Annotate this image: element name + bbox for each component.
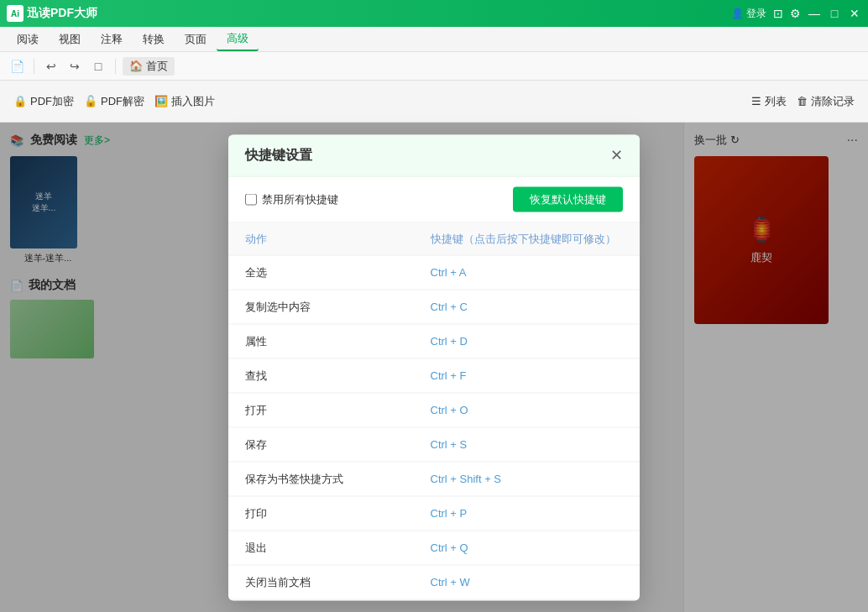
minimize-button[interactable]: — bbox=[808, 7, 821, 20]
list-label: 列表 bbox=[765, 94, 787, 109]
shortcut-cell[interactable]: Ctrl + W bbox=[414, 565, 641, 599]
new-file-icon[interactable]: 📄 bbox=[7, 56, 27, 76]
home-tab[interactable]: 🏠 首页 bbox=[123, 57, 175, 76]
clear-label: 清除记录 bbox=[811, 94, 855, 109]
table-row[interactable]: 退出 Ctrl + Q bbox=[228, 531, 640, 565]
table-row[interactable]: 打开 Ctrl + O bbox=[228, 393, 640, 427]
shortcut-cell[interactable]: Ctrl + Shift + S bbox=[414, 462, 641, 496]
col-shortcut-header: 快捷键（点击后按下快捷键即可修改） bbox=[414, 222, 641, 255]
insert-image-btn[interactable]: 🖼️ 插入图片 bbox=[154, 94, 215, 109]
shortcut-cell[interactable]: Ctrl + F bbox=[414, 358, 641, 393]
settings-icon[interactable]: ⚙ bbox=[790, 7, 801, 20]
dialog-header: 快捷键设置 ✕ bbox=[228, 134, 640, 176]
table-row[interactable]: 属性 Ctrl + D bbox=[228, 324, 640, 358]
table-row[interactable]: 查找 Ctrl + F bbox=[228, 358, 640, 393]
table-row[interactable]: 自定义缩放 Ctrl + Y bbox=[228, 599, 640, 601]
lock-icon: 🔒 bbox=[13, 95, 27, 107]
action-cell: 退出 bbox=[228, 531, 414, 565]
dialog-toolbar: 禁用所有快捷键 恢复默认快捷键 bbox=[228, 176, 640, 222]
shortcut-cell[interactable]: Ctrl + D bbox=[414, 324, 641, 358]
app-name: 迅读PDF大师 bbox=[27, 6, 97, 21]
shortcut-cell[interactable]: Ctrl + S bbox=[414, 427, 641, 462]
action-cell: 查找 bbox=[228, 358, 414, 393]
menu-bar: 阅读 视图 注释 转换 页面 高级 bbox=[0, 27, 868, 52]
col-action-header: 动作 bbox=[228, 222, 414, 255]
pdf-decrypt-btn[interactable]: 🔓 PDF解密 bbox=[84, 94, 144, 109]
shortcut-cell[interactable]: Ctrl + C bbox=[414, 290, 641, 324]
pdf-encrypt-btn[interactable]: 🔒 PDF加密 bbox=[13, 94, 74, 109]
disable-all-checkbox[interactable] bbox=[245, 193, 257, 205]
title-bar: Ai 迅读PDF大师 👤 登录 ⊡ ⚙ — □ ✕ bbox=[0, 0, 868, 27]
table-row[interactable]: 保存为书签快捷方式 Ctrl + Shift + S bbox=[228, 462, 640, 496]
menu-advanced[interactable]: 高级 bbox=[217, 28, 259, 51]
undo-icon[interactable]: ↩ bbox=[41, 56, 61, 76]
toolbar-divider-2 bbox=[115, 59, 116, 74]
redo-icon[interactable]: ↪ bbox=[65, 56, 85, 76]
table-row[interactable]: 全选 Ctrl + A bbox=[228, 255, 640, 290]
logo-icon: Ai bbox=[7, 5, 24, 22]
disable-all-text: 禁用所有快捷键 bbox=[262, 191, 338, 207]
action-cell: 打印 bbox=[228, 496, 414, 531]
action-cell: 全选 bbox=[228, 255, 414, 290]
save-icon[interactable]: □ bbox=[88, 56, 108, 76]
reset-shortcuts-button[interactable]: 恢复默认快捷键 bbox=[513, 186, 623, 212]
table-row[interactable]: 保存 Ctrl + S bbox=[228, 427, 640, 462]
maximize-button[interactable]: □ bbox=[828, 7, 841, 20]
shortcut-cell[interactable]: Ctrl + O bbox=[414, 393, 641, 427]
menu-read[interactable]: 阅读 bbox=[7, 29, 49, 50]
pdf-decrypt-label: PDF解密 bbox=[101, 94, 144, 109]
action-cell: 关闭当前文档 bbox=[228, 565, 414, 599]
shortcut-cell[interactable]: Ctrl + Q bbox=[414, 531, 641, 565]
toolbar: 📄 ↩ ↪ □ 🏠 首页 bbox=[0, 52, 868, 81]
sec-toolbar: 🔒 PDF加密 🔓 PDF解密 🖼️ 插入图片 ☰ 列表 🗑 清除记录 bbox=[0, 81, 868, 123]
menu-page[interactable]: 页面 bbox=[175, 29, 217, 50]
menu-view[interactable]: 视图 bbox=[49, 29, 91, 50]
action-cell: 自定义缩放 bbox=[228, 599, 414, 601]
shortcut-dialog: 快捷键设置 ✕ 禁用所有快捷键 恢复默认快捷键 动作 快捷键（点击后按下快捷键即… bbox=[228, 134, 640, 600]
broadcast-icon[interactable]: ⊡ bbox=[773, 7, 783, 20]
login-button[interactable]: 👤 登录 bbox=[731, 7, 766, 21]
window-controls: 👤 登录 ⊡ ⚙ — □ ✕ bbox=[731, 7, 861, 21]
action-cell: 属性 bbox=[228, 324, 414, 358]
action-cell: 打开 bbox=[228, 393, 414, 427]
clear-records-btn[interactable]: 🗑 清除记录 bbox=[797, 94, 855, 109]
shortcut-table: 动作 快捷键（点击后按下快捷键即可修改） 全选 Ctrl + A 复制选中内容 … bbox=[228, 222, 640, 600]
dialog-title: 快捷键设置 bbox=[245, 146, 312, 164]
action-cell: 保存 bbox=[228, 427, 414, 462]
close-button[interactable]: ✕ bbox=[848, 7, 861, 20]
list-view-btn[interactable]: ☰ 列表 bbox=[751, 94, 787, 109]
dialog-close-button[interactable]: ✕ bbox=[610, 148, 623, 163]
disable-all-label[interactable]: 禁用所有快捷键 bbox=[245, 191, 338, 207]
menu-convert[interactable]: 转换 bbox=[133, 29, 175, 50]
pdf-encrypt-label: PDF加密 bbox=[30, 94, 74, 109]
home-icon: 🏠 bbox=[129, 60, 143, 72]
main-area: 📚 免费阅读 更多> 迷羊迷羊... 迷羊-迷羊... 📄 我的文档 换一批 bbox=[0, 123, 868, 612]
table-row[interactable]: 复制选中内容 Ctrl + C bbox=[228, 290, 640, 324]
table-row[interactable]: 打印 Ctrl + P bbox=[228, 496, 640, 531]
toolbar-divider-1 bbox=[34, 59, 34, 74]
unlock-icon: 🔓 bbox=[84, 95, 97, 107]
shortcut-cell[interactable]: Ctrl + A bbox=[414, 255, 641, 290]
table-row[interactable]: 关闭当前文档 Ctrl + W bbox=[228, 565, 640, 599]
action-cell: 保存为书签快捷方式 bbox=[228, 462, 414, 496]
menu-annotation[interactable]: 注释 bbox=[91, 29, 133, 50]
list-icon: ☰ bbox=[751, 95, 761, 107]
shortcut-table-container[interactable]: 动作 快捷键（点击后按下快捷键即可修改） 全选 Ctrl + A 复制选中内容 … bbox=[228, 222, 640, 600]
action-cell: 复制选中内容 bbox=[228, 290, 414, 324]
app-logo[interactable]: Ai 迅读PDF大师 bbox=[7, 5, 97, 22]
insert-image-label: 插入图片 bbox=[171, 94, 215, 109]
home-label: 首页 bbox=[146, 59, 168, 74]
clear-icon: 🗑 bbox=[797, 95, 808, 107]
shortcut-cell[interactable]: Ctrl + Y bbox=[414, 599, 641, 601]
image-icon: 🖼️ bbox=[154, 95, 168, 107]
shortcut-cell[interactable]: Ctrl + P bbox=[414, 496, 641, 531]
